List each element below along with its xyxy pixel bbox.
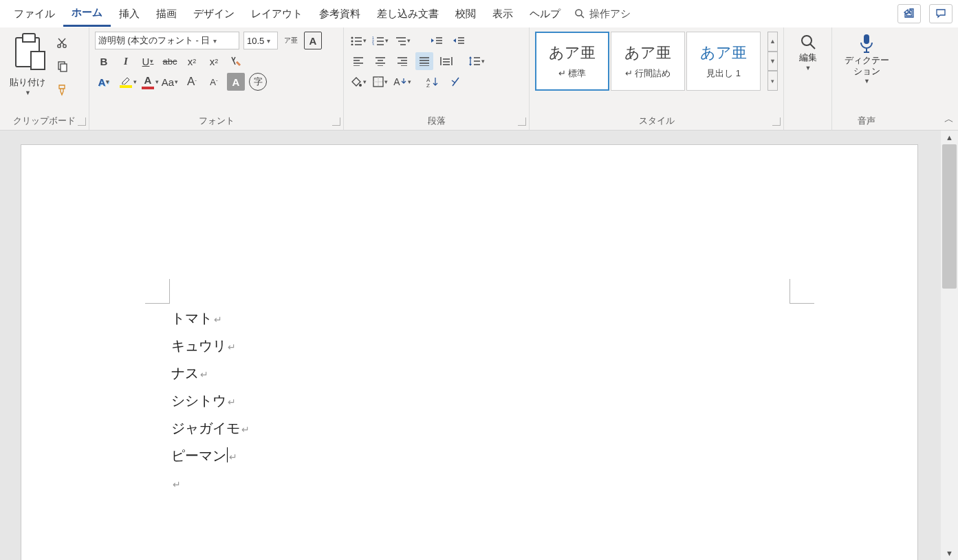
grow-font-button[interactable]: Aˆ: [183, 73, 201, 91]
paste-button[interactable]: 貼り付け ▼: [6, 32, 50, 114]
align-center-icon: [375, 56, 386, 66]
line-spacing-button[interactable]: ▾: [468, 52, 486, 70]
show-marks-button[interactable]: [446, 73, 464, 91]
character-shading-button[interactable]: A: [227, 73, 245, 91]
scroll-track[interactable]: [941, 144, 958, 546]
change-case-button[interactable]: Aa▾: [161, 73, 179, 91]
style-name: 見出し 1: [706, 67, 741, 80]
sort-button[interactable]: AZ: [424, 73, 442, 91]
style-item-heading1[interactable]: あア亜 見出し 1: [686, 32, 761, 91]
tab-layout[interactable]: レイアウト: [243, 2, 311, 26]
shrink-font-button[interactable]: Aˇ: [205, 73, 223, 91]
gallery-down-icon[interactable]: ▼: [768, 52, 778, 71]
font-name-combo[interactable]: 游明朝 (本文のフォント - 日▾: [95, 32, 239, 49]
justify-button[interactable]: [415, 52, 433, 70]
multilevel-list-button[interactable]: ▾: [393, 32, 411, 49]
scroll-thumb[interactable]: [942, 144, 957, 289]
share-button[interactable]: [897, 4, 921, 23]
collapse-ribbon-button[interactable]: ︿: [944, 113, 954, 126]
group-paragraph: ▾ 123▾ ▾ ▾ ▾ ▾ A▾ AZ 段落: [344, 27, 530, 130]
decrease-indent-button[interactable]: [428, 32, 446, 49]
copy-button[interactable]: [54, 58, 72, 76]
document-body[interactable]: トマト↵キュウリ↵ナス↵シシトウ↵ジャガイモ↵ピーマン↵↵: [171, 304, 250, 497]
subscript-button[interactable]: x2: [183, 52, 201, 70]
tab-help[interactable]: ヘルプ: [521, 2, 569, 26]
vertical-scrollbar[interactable]: ▲ ▼: [941, 131, 958, 560]
underline-button[interactable]: U▾: [139, 52, 157, 70]
bold-button[interactable]: B: [95, 52, 113, 70]
phonetic-guide-button[interactable]: ア亜: [282, 32, 300, 49]
paragraph[interactable]: トマト↵: [171, 304, 250, 332]
style-preview: あア亜: [624, 43, 671, 63]
styles-gallery-scroll[interactable]: ▲ ▼ ▾: [768, 32, 778, 91]
edit-label: 編集: [799, 52, 817, 63]
align-left-button[interactable]: [349, 52, 367, 70]
styles-gallery[interactable]: あア亜 ↵ 標準 あア亜 ↵ 行間詰め あア亜 見出し 1: [535, 32, 761, 91]
text-direction-button[interactable]: A▾: [393, 73, 411, 91]
paragraph[interactable]: ピーマン↵: [171, 442, 250, 469]
paragraph[interactable]: ナス↵: [171, 359, 250, 387]
line-spacing-icon: [468, 56, 481, 67]
dictate-button[interactable]: ディクテーション ▼: [838, 32, 895, 114]
clipboard-launcher[interactable]: [78, 117, 86, 126]
format-painter-button[interactable]: [54, 81, 72, 99]
shading-button[interactable]: ▾: [349, 73, 367, 91]
text-effects-button[interactable]: A▾: [95, 73, 113, 91]
page[interactable]: トマト↵キュウリ↵ナス↵シシトウ↵ジャガイモ↵ピーマン↵↵: [21, 144, 918, 560]
distributed-button[interactable]: [437, 52, 455, 70]
comments-button[interactable]: [929, 4, 952, 23]
style-item-nospacing[interactable]: あア亜 ↵ 行間詰め: [611, 32, 685, 91]
document-area: トマト↵キュウリ↵ナス↵シシトウ↵ジャガイモ↵ピーマン↵↵: [0, 131, 941, 560]
scroll-down-button[interactable]: ▼: [941, 546, 958, 560]
paragraph[interactable]: シシトウ↵: [171, 387, 250, 414]
italic-button[interactable]: I: [117, 52, 135, 70]
tab-insert[interactable]: 挿入: [111, 2, 148, 26]
brush-icon: [56, 84, 69, 96]
font-color-button[interactable]: A▾: [139, 73, 157, 91]
character-border-button[interactable]: A: [304, 32, 322, 49]
svg-point-10: [351, 41, 353, 43]
font-name-value: 游明朝 (本文のフォント - 日: [98, 34, 210, 47]
superscript-button[interactable]: x2: [205, 52, 223, 70]
paragraph[interactable]: ジャガイモ↵: [171, 414, 250, 442]
font-size-value: 10.5: [247, 36, 264, 46]
borders-icon: [373, 76, 384, 87]
gallery-more-icon[interactable]: ▾: [768, 71, 778, 91]
cut-button[interactable]: [54, 34, 72, 52]
scroll-up-button[interactable]: ▲: [941, 131, 958, 144]
tab-file[interactable]: ファイル: [6, 2, 63, 26]
paragraph[interactable]: キュウリ↵: [171, 332, 250, 359]
numbering-button[interactable]: 123▾: [371, 32, 389, 49]
tab-references[interactable]: 参考資料: [311, 2, 369, 26]
tab-mailings[interactable]: 差し込み文書: [369, 2, 447, 26]
styles-launcher[interactable]: [772, 117, 781, 126]
font-launcher[interactable]: [332, 117, 340, 126]
highlight-button[interactable]: ▾: [117, 73, 135, 91]
tab-view[interactable]: 表示: [484, 2, 521, 26]
bullets-button[interactable]: ▾: [349, 32, 367, 49]
group-edit: 編集 ▼: [784, 27, 832, 130]
borders-button[interactable]: ▾: [371, 73, 389, 91]
comment-icon: [935, 8, 946, 19]
align-center-button[interactable]: [371, 52, 389, 70]
paragraph-mark-icon: ↵: [173, 479, 181, 490]
svg-point-2: [58, 45, 61, 47]
increase-indent-button[interactable]: [450, 32, 468, 49]
tab-review[interactable]: 校閲: [447, 2, 484, 26]
strikethrough-button[interactable]: abc: [161, 52, 179, 70]
eraser-icon: [230, 55, 242, 67]
enclose-characters-button[interactable]: 字: [249, 73, 267, 91]
style-item-normal[interactable]: あア亜 ↵ 標準: [535, 32, 609, 91]
distributed-icon: [440, 56, 453, 66]
tell-me-search[interactable]: 操作アシ: [574, 8, 631, 21]
align-right-button[interactable]: [393, 52, 411, 70]
paragraph-launcher[interactable]: [518, 117, 526, 126]
style-name: ↵ 行間詰め: [625, 67, 671, 80]
font-size-combo[interactable]: 10.5▾: [243, 32, 278, 49]
find-replace-button[interactable]: 編集 ▼: [790, 32, 826, 114]
tab-home[interactable]: ホーム: [63, 1, 111, 27]
tab-draw[interactable]: 描画: [148, 2, 185, 26]
tab-design[interactable]: デザイン: [185, 2, 243, 26]
clear-formatting-button[interactable]: [227, 52, 245, 70]
gallery-up-icon[interactable]: ▲: [768, 32, 778, 52]
